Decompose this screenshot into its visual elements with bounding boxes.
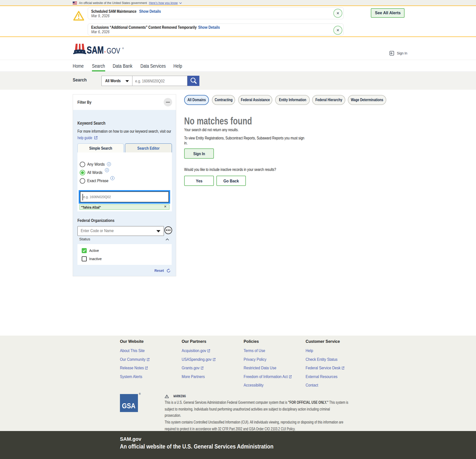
svg-text:®: ® bbox=[122, 47, 124, 50]
svg-text:SAM: SAM bbox=[87, 44, 104, 55]
svg-text:GOV: GOV bbox=[107, 46, 120, 55]
